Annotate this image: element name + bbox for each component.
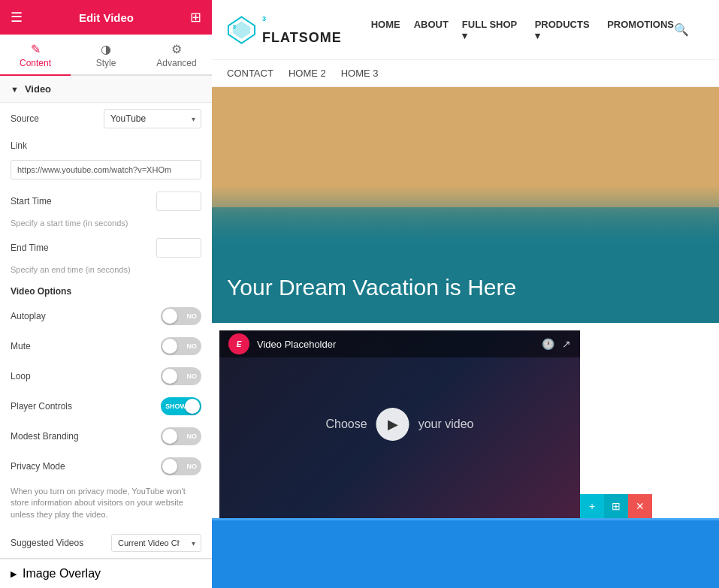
- loop-toggle[interactable]: NO: [161, 367, 201, 385]
- panel-content: ▼ Video Source YouTube Vimeo Self Hosted…: [0, 76, 212, 588]
- choose-video-text-before: Choose: [326, 418, 367, 431]
- autoplay-label: Autoplay: [11, 311, 46, 321]
- video-center: Choose ▶ your video: [326, 408, 474, 441]
- autoplay-toggle-thumb: [162, 309, 177, 324]
- nav-home[interactable]: HOME: [371, 19, 400, 41]
- tab-style[interactable]: ◑ Style: [71, 35, 141, 76]
- end-time-hint: Specify an end time (in seconds): [0, 264, 212, 279]
- svg-text:3: 3: [233, 23, 237, 30]
- tab-advanced[interactable]: ⚙ Advanced: [141, 35, 212, 76]
- modest-branding-label: Modest Branding: [11, 431, 79, 442]
- panel-title: Edit Video: [79, 11, 134, 24]
- tabs-bar: ✎ Content ◑ Style ⚙ Advanced: [0, 35, 212, 76]
- player-controls-toggle-thumb: [185, 399, 200, 414]
- logo-diamond-icon: 3: [227, 15, 256, 45]
- choose-video-text-after: your video: [418, 418, 474, 431]
- sub-nav-home3[interactable]: HOME 3: [341, 68, 379, 79]
- mute-toggle-thumb: [162, 339, 177, 354]
- video-top-bar: E Video Placeholder 🕐 ↗: [219, 330, 580, 357]
- left-panel: ☰ Edit Video ⊞ ✎ Content ◑ Style ⚙ Advan…: [0, 0, 212, 588]
- player-controls-label: Player Controls: [11, 401, 72, 412]
- sub-nav: CONTACT HOME 2 HOME 3: [212, 60, 719, 87]
- link-label: Link: [11, 140, 27, 151]
- mute-toggle[interactable]: NO: [161, 337, 201, 355]
- search-icon[interactable]: 🔍: [674, 23, 689, 37]
- video-section: E Video Placeholder 🕐 ↗ Choose ▶ your vi…: [212, 323, 719, 518]
- move-section-button[interactable]: ⊞: [604, 494, 628, 518]
- delete-section-button[interactable]: ✕: [628, 494, 652, 518]
- vacation-section: Your Dream Vacation is Here: [212, 252, 719, 323]
- player-controls-toggle-label: SHOW: [165, 403, 186, 410]
- video-section-header[interactable]: ▼ Video: [0, 76, 212, 103]
- advanced-tab-label: Advanced: [156, 58, 196, 68]
- logo-badge: 3: [262, 15, 267, 23]
- privacy-mode-toggle-label: NO: [187, 463, 198, 470]
- loop-row: Loop NO: [0, 361, 212, 391]
- source-select-wrapper: YouTube Vimeo Self Hosted ▾: [104, 109, 201, 128]
- full-shop-arrow: ▾: [462, 30, 467, 41]
- products-arrow: ▾: [535, 30, 540, 41]
- preview-content: Your Dream Vacation is Here E Video Plac…: [212, 87, 719, 588]
- grid-icon[interactable]: ⊞: [190, 9, 201, 26]
- beach-section: [212, 87, 719, 252]
- modest-branding-toggle[interactable]: NO: [161, 427, 201, 445]
- right-panel: 3 3 FLATSOME HOME ABOUT FULL SHOP ▾ PROD…: [212, 0, 719, 588]
- video-icon-circle: E: [228, 333, 249, 354]
- content-tab-label: Content: [20, 58, 51, 68]
- link-label-row: Link: [0, 134, 212, 157]
- cursor-icon: ↖: [670, 584, 681, 588]
- mute-row: Mute NO: [0, 331, 212, 361]
- autoplay-row: Autoplay NO: [0, 301, 212, 331]
- video-placeholder-title: Video Placeholder: [257, 339, 336, 350]
- video-share-icon[interactable]: ↗: [562, 338, 571, 350]
- sub-nav-home2[interactable]: HOME 2: [289, 68, 326, 79]
- nav-about[interactable]: ABOUT: [414, 19, 449, 41]
- video-clock-icon[interactable]: 🕐: [542, 338, 554, 350]
- video-top-actions: 🕐 ↗: [542, 338, 571, 350]
- top-bar: ☰ Edit Video ⊞: [0, 0, 212, 35]
- nav-links: HOME ABOUT FULL SHOP ▾ PRODUCTS ▾ PROMOT…: [371, 19, 674, 41]
- start-time-hint: Specify a start time (in seconds): [0, 217, 212, 232]
- vacation-title: Your Dream Vacation is Here: [227, 275, 704, 300]
- nav-bar: 3 3 FLATSOME HOME ABOUT FULL SHOP ▾ PROD…: [212, 0, 719, 60]
- loop-toggle-label: NO: [187, 372, 198, 380]
- end-time-row: End Time: [0, 232, 212, 264]
- suggested-videos-label: Suggested Videos: [11, 538, 83, 548]
- link-input-row: [0, 157, 212, 185]
- privacy-mode-label: Privacy Mode: [11, 461, 65, 472]
- image-overlay-label: Image Overlay: [23, 567, 101, 580]
- privacy-mode-toggle-thumb: [162, 459, 177, 474]
- elementor-icon: E: [237, 340, 242, 348]
- tab-content[interactable]: ✎ Content: [0, 35, 71, 76]
- add-section-button[interactable]: +: [580, 494, 604, 518]
- link-input[interactable]: [11, 160, 201, 179]
- nav-full-shop[interactable]: FULL SHOP ▾: [462, 19, 521, 41]
- loop-toggle-thumb: [162, 369, 177, 384]
- sub-nav-contact[interactable]: CONTACT: [227, 68, 273, 79]
- video-placeholder: E Video Placeholder 🕐 ↗ Choose ▶ your vi…: [219, 330, 580, 518]
- end-time-input[interactable]: [156, 238, 201, 258]
- autoplay-toggle[interactable]: NO: [161, 307, 201, 325]
- action-bar: + ⊞ ✕: [580, 494, 652, 518]
- privacy-mode-toggle[interactable]: NO: [161, 457, 201, 475]
- modest-branding-toggle-thumb: [162, 429, 177, 444]
- nav-products[interactable]: PRODUCTS ▾: [535, 19, 594, 41]
- video-section-arrow: ▼: [11, 85, 19, 94]
- suggested-videos-select[interactable]: Current Video Chan... Any Video: [111, 534, 201, 552]
- video-section-title: Video: [25, 83, 51, 95]
- image-overlay-arrow: ▶: [11, 569, 17, 579]
- style-tab-label: Style: [96, 58, 116, 68]
- play-button[interactable]: ▶: [376, 408, 409, 441]
- image-overlay-row[interactable]: ▶ Image Overlay: [0, 559, 212, 588]
- player-controls-toggle[interactable]: SHOW: [161, 397, 201, 415]
- start-time-label: Start Time: [11, 196, 52, 207]
- privacy-mode-row: Privacy Mode NO: [0, 451, 212, 481]
- source-select[interactable]: YouTube Vimeo Self Hosted: [104, 109, 201, 128]
- mute-toggle-label: NO: [187, 342, 198, 350]
- start-time-input[interactable]: [156, 191, 201, 211]
- hamburger-icon[interactable]: ☰: [11, 9, 23, 26]
- beach-waves: [212, 207, 719, 252]
- nav-logo: 3 3 FLATSOME: [227, 14, 349, 46]
- logo-text: 3 FLATSOME: [262, 14, 349, 46]
- nav-promotions[interactable]: PROMOTIONS: [607, 19, 674, 41]
